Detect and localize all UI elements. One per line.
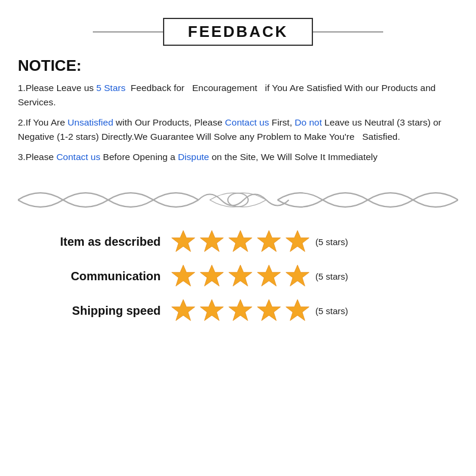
notice-item-3: 3.Please Contact us Before Opening a Dis…: [18, 150, 458, 164]
svg-marker-9: [258, 265, 281, 286]
stars-communication: (5 stars): [170, 263, 348, 289]
star-ship-4: [256, 298, 282, 324]
feedback-title-box: FEEDBACK: [163, 18, 313, 46]
notice-2-donot: Do not: [295, 117, 322, 127]
svg-marker-10: [286, 265, 309, 286]
star-ship-1: [170, 298, 196, 324]
star-ship-5: [284, 298, 311, 324]
decorative-divider: [18, 182, 458, 218]
svg-marker-8: [229, 265, 252, 286]
feedback-title: FEEDBACK: [188, 23, 288, 40]
star-item-5: [284, 228, 311, 255]
svg-marker-11: [172, 300, 195, 321]
star-item-3: [227, 228, 253, 255]
notice-3-text-1: 3.Please: [18, 152, 57, 162]
stars-shipping: (5 stars): [170, 298, 348, 324]
star-comm-1: [170, 263, 196, 289]
svg-marker-1: [172, 231, 195, 252]
stars-item: (5 stars): [170, 228, 348, 255]
star-item-2: [199, 228, 225, 255]
star-ship-2: [199, 298, 225, 324]
notice-1-text-1: 1.Please Leave us: [18, 83, 96, 93]
notice-3-text-2: Before Opening a: [101, 152, 178, 162]
star-comm-4: [256, 263, 282, 289]
svg-marker-5: [286, 231, 309, 252]
notice-title: NOTICE:: [18, 57, 458, 75]
svg-marker-15: [286, 300, 309, 321]
feedback-header: FEEDBACK: [18, 18, 458, 46]
stars-label-item: (5 stars): [315, 237, 348, 247]
notice-1-blue-1: 5 Stars: [96, 83, 126, 93]
rating-label-item: Item as described: [30, 235, 161, 249]
notice-2-unsatisfied: Unsatisfied: [68, 117, 114, 127]
notice-section: NOTICE: 1.Please Leave us 5 Stars Feedba…: [18, 57, 458, 170]
rating-label-shipping: Shipping speed: [30, 304, 161, 318]
stars-label-communication: (5 stars): [315, 271, 348, 281]
notice-3-contact: Contact us: [57, 152, 101, 162]
svg-marker-6: [172, 265, 195, 286]
svg-marker-4: [258, 231, 281, 252]
svg-marker-2: [201, 231, 224, 252]
notice-2-text-3: First,: [269, 117, 295, 127]
star-comm-3: [227, 263, 253, 289]
notice-item-1: 1.Please Leave us 5 Stars Feedback for E…: [18, 81, 458, 109]
star-ship-3: [227, 298, 253, 324]
rating-row-communication: Communication (5 stars): [30, 263, 458, 289]
rating-section: Item as described (5 stars) Communicatio…: [18, 228, 458, 324]
svg-marker-13: [229, 300, 252, 321]
page: FEEDBACK NOTICE: 1.Please Leave us 5 Sta…: [0, 0, 476, 476]
svg-marker-14: [258, 300, 281, 321]
star-comm-5: [284, 263, 311, 289]
rating-row-shipping: Shipping speed (5 stars): [30, 298, 458, 324]
rating-row-item: Item as described (5 stars): [30, 228, 458, 255]
svg-marker-3: [229, 231, 252, 252]
notice-item-2: 2.If You Are Unsatisfied with Our Produc…: [18, 115, 458, 144]
notice-list: 1.Please Leave us 5 Stars Feedback for E…: [18, 81, 458, 164]
stars-label-shipping: (5 stars): [315, 306, 348, 316]
svg-marker-7: [201, 265, 224, 286]
notice-3-text-3: on the Site, We Will Solve It Immediatel…: [209, 152, 377, 162]
notice-3-dispute: Dispute: [178, 152, 209, 162]
star-item-4: [256, 228, 282, 255]
notice-2-text-2: with Our Products, Please: [113, 117, 225, 127]
star-item-1: [170, 228, 196, 255]
star-comm-2: [199, 263, 225, 289]
rating-label-communication: Communication: [30, 270, 161, 283]
notice-2-text-1: 2.If You Are: [18, 117, 68, 127]
divider-svg: [18, 182, 458, 218]
notice-2-contact: Contact us: [225, 117, 269, 127]
svg-marker-12: [201, 300, 224, 321]
